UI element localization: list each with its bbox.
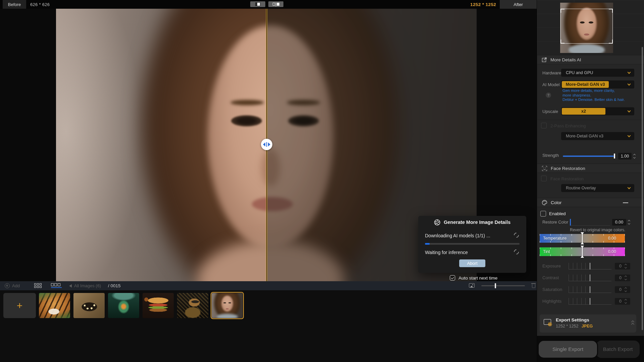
download-spinner-icon — [513, 232, 520, 239]
thumbnail-size-slider[interactable] — [481, 285, 525, 286]
chevron-down-icon — [628, 109, 631, 113]
export-settings-card[interactable]: Export Settings 1252 * 1252 JPEG — [540, 314, 636, 333]
side-by-side-icon — [273, 2, 279, 6]
color-enabled-checkbox[interactable] — [540, 211, 546, 217]
add-image-button[interactable]: Add — [5, 281, 20, 290]
aperture-icon — [434, 219, 440, 226]
strength-stepper[interactable] — [633, 153, 636, 160]
strength-value[interactable]: 1.00 — [618, 153, 632, 160]
exposure-slider[interactable] — [569, 263, 611, 269]
auto-start-label: Auto start next time — [459, 276, 497, 281]
auto-start-checkbox[interactable] — [450, 275, 455, 281]
upscale-label: Upscale — [542, 109, 558, 114]
grid-view-button[interactable] — [34, 283, 42, 288]
active-view-underline — [51, 287, 62, 288]
exposure-label: Exposure — [542, 263, 561, 268]
exposure-stepper[interactable] — [624, 263, 628, 269]
exposure-value[interactable]: 0 — [615, 263, 630, 269]
ai-model-value-pill: More-Detail GAN v3 — [562, 81, 609, 88]
tint-slider-handle[interactable] — [580, 246, 584, 258]
filmstrip-toolbar: Add All Images (6) / 0015 — [0, 281, 537, 290]
sidebar-scrollbar[interactable] — [642, 47, 643, 330]
highlights-stepper[interactable] — [624, 298, 628, 305]
auto-start-option: Auto start next time — [450, 275, 497, 281]
secondary-model-dropdown[interactable]: More-Detail GAN v3 — [561, 132, 634, 140]
chevron-down-icon — [628, 71, 631, 74]
image-counter: / 0015 — [108, 281, 121, 290]
plus-icon: + — [17, 301, 23, 311]
highlights-label: Highlights — [542, 299, 561, 304]
after-size-label: 1252 * 1252 — [470, 0, 496, 9]
temperature-slider-handle[interactable] — [580, 232, 584, 244]
thumbnail-girl-selected[interactable] — [212, 293, 243, 318]
saturation-value[interactable]: 0 — [615, 286, 630, 293]
thumbnail-size-handle[interactable] — [495, 283, 496, 288]
add-image-tile[interactable]: + — [3, 293, 36, 318]
tint-label: Tint — [543, 249, 550, 254]
side-by-side-view-button[interactable] — [268, 1, 283, 7]
chevron-down-icon — [628, 82, 631, 86]
hardware-dropdown[interactable]: CPU and GPU — [561, 69, 634, 77]
generate-progress-dialog: Generate More Image Details Downloading … — [418, 216, 526, 273]
help-icon[interactable]: ? — [546, 93, 551, 98]
strength-slider-handle[interactable] — [614, 154, 615, 159]
strength-slider[interactable] — [563, 156, 614, 157]
restore-color-value[interactable]: 0.00 — [612, 219, 626, 226]
compare-divider-handle[interactable] — [261, 139, 272, 150]
saturation-stepper[interactable] — [624, 286, 628, 293]
contrast-label: Contrast — [542, 275, 559, 280]
upscale-dropdown[interactable]: x2 — [561, 107, 634, 115]
dialog-header: Generate More Image Details — [418, 216, 526, 229]
two-pass-label: 2-Pass Enhancing — [550, 123, 586, 128]
contrast-slider[interactable] — [569, 275, 611, 281]
face-restoration-model-dropdown[interactable]: Routine Overlay — [561, 184, 634, 192]
restore-color-slider-handle[interactable] — [570, 219, 571, 226]
before-size-label: 626 * 626 — [30, 0, 50, 9]
trash-icon[interactable] — [531, 283, 536, 288]
restore-color-slider[interactable] — [570, 219, 610, 226]
temperature-slider[interactable]: Temperature 0.00 — [540, 234, 625, 243]
navigator-viewport-rect[interactable] — [560, 9, 613, 44]
divider-arrow-left-icon — [263, 142, 265, 146]
section-more-details-ai[interactable]: More Details AI — [537, 55, 644, 64]
settings-sidebar: More Details AI Hardware CPU and GPU AI … — [537, 0, 644, 362]
face-restoration-checkbox[interactable] — [541, 176, 547, 181]
saturation-slider[interactable] — [569, 286, 611, 293]
app-window: Before 626 * 626 1252 * 1252 After — [0, 0, 644, 362]
section-color[interactable]: Color — [537, 198, 644, 207]
thumbnail-burger[interactable] — [143, 293, 174, 318]
more-details-icon — [542, 57, 547, 62]
upscale-value-pill: x2 — [562, 108, 605, 115]
thumbnail-armored-dog[interactable] — [177, 293, 208, 318]
color-palette-icon — [542, 200, 547, 205]
batch-export-button[interactable]: Batch Export — [596, 341, 640, 358]
restore-color-label: Restore Color — [542, 220, 568, 225]
ai-model-hint-line3: Deblur + Denoise. Better skin & hair. — [562, 98, 625, 102]
split-view-button[interactable] — [250, 1, 265, 7]
ai-model-hint-line2: more sharpness. — [562, 93, 591, 98]
ai-model-dropdown[interactable]: More-Detail GAN v3 — [561, 80, 634, 88]
restore-color-stepper[interactable] — [628, 219, 631, 226]
all-images-back-button[interactable]: All Images (6) — [69, 281, 101, 290]
two-pass-checkbox[interactable] — [541, 123, 547, 128]
download-status-text: Downloading AI models (1/1) ... — [425, 233, 490, 238]
contrast-stepper[interactable] — [624, 275, 628, 281]
thumbnail-tiger[interactable] — [39, 293, 70, 318]
before-tab[interactable]: Before — [3, 0, 26, 9]
thumbnail-terrarium[interactable] — [108, 293, 139, 318]
contrast-value[interactable]: 0 — [615, 275, 630, 281]
section-face-restoration[interactable]: Face Restoration — [537, 164, 644, 173]
filmstrip-view-button[interactable] — [51, 283, 62, 288]
tint-slider[interactable]: Tint 0.00 — [540, 247, 625, 256]
highlights-slider[interactable] — [569, 298, 611, 305]
highlights-value[interactable]: 0 — [615, 298, 630, 305]
navigator-zone — [537, 0, 644, 55]
chevron-down-icon — [628, 134, 631, 137]
thumbnail-butterfly[interactable] — [73, 293, 105, 318]
gear-icon — [548, 322, 552, 326]
abort-button[interactable]: Abort — [459, 259, 485, 267]
after-tab[interactable]: After — [500, 0, 537, 9]
collapse-color-icon[interactable] — [623, 202, 628, 203]
single-export-button[interactable]: Single Export — [538, 340, 598, 359]
double-chevron-up-icon[interactable] — [631, 320, 635, 326]
